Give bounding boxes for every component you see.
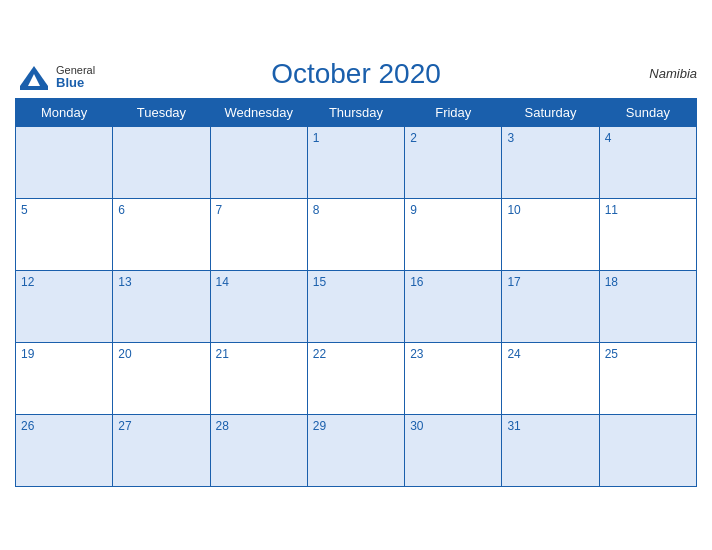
calendar-cell: 25	[599, 343, 696, 415]
calendar-cell: 31	[502, 415, 599, 487]
day-number: 16	[410, 275, 423, 289]
calendar-cell: 15	[307, 271, 404, 343]
calendar-cell: 18	[599, 271, 696, 343]
brand-logo-area: General Blue	[15, 58, 95, 96]
day-number: 2	[410, 131, 417, 145]
calendar-cell	[210, 127, 307, 199]
calendar-cell: 11	[599, 199, 696, 271]
day-number: 30	[410, 419, 423, 433]
calendar-cell: 1	[307, 127, 404, 199]
calendar-cell: 6	[113, 199, 210, 271]
calendar-week-row: 1234	[16, 127, 697, 199]
day-number: 21	[216, 347, 229, 361]
day-number: 25	[605, 347, 618, 361]
day-number: 13	[118, 275, 131, 289]
calendar-cell: 26	[16, 415, 113, 487]
day-number: 17	[507, 275, 520, 289]
day-number: 6	[118, 203, 125, 217]
calendar-cell: 9	[405, 199, 502, 271]
calendar-table: MondayTuesdayWednesdayThursdayFridaySatu…	[15, 98, 697, 487]
day-number: 31	[507, 419, 520, 433]
day-number: 28	[216, 419, 229, 433]
calendar-cell: 21	[210, 343, 307, 415]
calendar-cell: 4	[599, 127, 696, 199]
day-number: 12	[21, 275, 34, 289]
calendar-cell: 20	[113, 343, 210, 415]
day-number: 3	[507, 131, 514, 145]
calendar-cell: 8	[307, 199, 404, 271]
day-number: 18	[605, 275, 618, 289]
brand-blue-label: Blue	[56, 76, 95, 90]
day-number: 27	[118, 419, 131, 433]
calendar-cell: 14	[210, 271, 307, 343]
calendar-cell: 5	[16, 199, 113, 271]
weekday-header-saturday: Saturday	[502, 99, 599, 127]
calendar-cell: 28	[210, 415, 307, 487]
calendar-cell: 24	[502, 343, 599, 415]
day-number: 5	[21, 203, 28, 217]
calendar-cell: 23	[405, 343, 502, 415]
weekday-header-row: MondayTuesdayWednesdayThursdayFridaySatu…	[16, 99, 697, 127]
calendar-cell: 30	[405, 415, 502, 487]
calendar-cell	[599, 415, 696, 487]
calendar-cell: 22	[307, 343, 404, 415]
day-number: 1	[313, 131, 320, 145]
day-number: 7	[216, 203, 223, 217]
day-number: 10	[507, 203, 520, 217]
day-number: 4	[605, 131, 612, 145]
day-number: 14	[216, 275, 229, 289]
day-number: 11	[605, 203, 618, 217]
calendar-cell	[16, 127, 113, 199]
calendar-cell: 12	[16, 271, 113, 343]
calendar-cell: 17	[502, 271, 599, 343]
country-label: Namibia	[649, 66, 697, 81]
weekday-header-wednesday: Wednesday	[210, 99, 307, 127]
calendar-title: October 2020	[271, 58, 441, 90]
brand-text: General Blue	[56, 64, 95, 90]
calendar-cell: 2	[405, 127, 502, 199]
calendar-cell: 7	[210, 199, 307, 271]
calendar-wrapper: General Blue October 2020 Namibia Monday…	[0, 48, 712, 502]
svg-rect-3	[20, 86, 48, 90]
calendar-header: General Blue October 2020 Namibia	[15, 58, 697, 90]
day-number: 24	[507, 347, 520, 361]
day-number: 9	[410, 203, 417, 217]
calendar-cell: 19	[16, 343, 113, 415]
day-number: 15	[313, 275, 326, 289]
day-number: 8	[313, 203, 320, 217]
day-number: 19	[21, 347, 34, 361]
brand-svg-icon	[15, 58, 53, 96]
calendar-week-row: 567891011	[16, 199, 697, 271]
weekday-header-monday: Monday	[16, 99, 113, 127]
calendar-cell: 3	[502, 127, 599, 199]
weekday-header-tuesday: Tuesday	[113, 99, 210, 127]
weekday-header-thursday: Thursday	[307, 99, 404, 127]
calendar-cell: 27	[113, 415, 210, 487]
calendar-cell: 16	[405, 271, 502, 343]
weekday-header-friday: Friday	[405, 99, 502, 127]
calendar-cell: 29	[307, 415, 404, 487]
calendar-week-row: 262728293031	[16, 415, 697, 487]
day-number: 26	[21, 419, 34, 433]
calendar-week-row: 12131415161718	[16, 271, 697, 343]
day-number: 22	[313, 347, 326, 361]
calendar-week-row: 19202122232425	[16, 343, 697, 415]
calendar-cell	[113, 127, 210, 199]
weekday-header-sunday: Sunday	[599, 99, 696, 127]
day-number: 23	[410, 347, 423, 361]
day-number: 29	[313, 419, 326, 433]
calendar-cell: 13	[113, 271, 210, 343]
day-number: 20	[118, 347, 131, 361]
calendar-cell: 10	[502, 199, 599, 271]
